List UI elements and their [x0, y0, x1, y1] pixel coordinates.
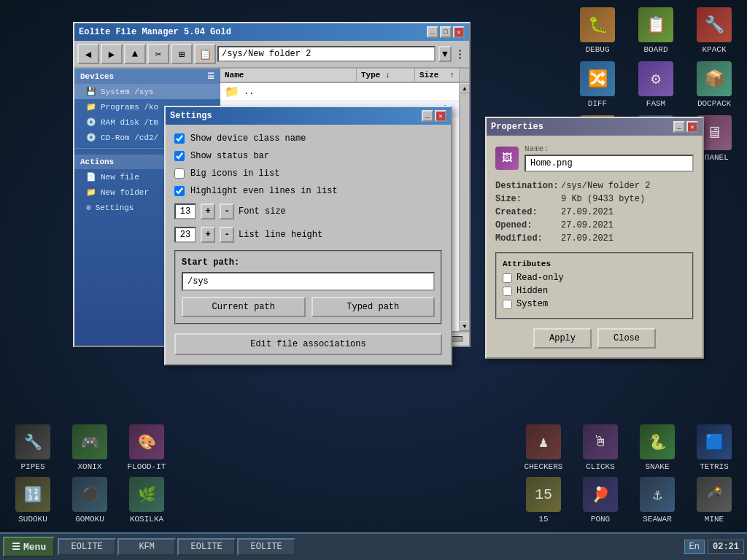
- app-kosilka[interactable]: 🌿 KOSILKA: [121, 477, 172, 524]
- list-line-height-minus-button[interactable]: -: [220, 227, 234, 243]
- language-indicator[interactable]: En: [684, 540, 705, 554]
- icon-fasm[interactable]: ⚙ FASM: [630, 61, 681, 108]
- close-button[interactable]: ✕: [453, 26, 465, 38]
- app-xonix[interactable]: 🎮 XONIX: [64, 424, 115, 471]
- copy-button[interactable]: ⊞: [171, 44, 193, 64]
- sudoku-icon: 🔢: [15, 477, 50, 512]
- icon-debug[interactable]: 🐛 DEBUG: [572, 7, 623, 54]
- pong-label: PONG: [591, 515, 610, 524]
- icon-docpack[interactable]: 📦 DOCPACK: [689, 61, 740, 108]
- start-path-group: Start path: Current path Typed path: [174, 250, 442, 324]
- typed-path-button[interactable]: Typed path: [311, 297, 436, 317]
- back-button[interactable]: ◀: [77, 44, 99, 64]
- app-seawar[interactable]: ⚓ SEAWAR: [632, 477, 683, 524]
- start-icon: ☰: [12, 541, 20, 553]
- properties-title-bar[interactable]: Properties _ ✕: [487, 118, 703, 136]
- col-name: Name: [220, 69, 357, 82]
- file-manager-title-bar[interactable]: Eolite File Manager 5.04 Gold _ □ ✕: [74, 23, 469, 41]
- created-value: 27.09.2021: [561, 207, 614, 217]
- minimize-button[interactable]: _: [427, 26, 438, 38]
- hidden-checkbox[interactable]: [503, 287, 512, 296]
- app-snake[interactable]: 🐍 SNAKE: [632, 424, 683, 471]
- kosilka-label: KOSILKA: [130, 515, 163, 524]
- taskbar-items: EOLITE KFM EOLITE EOLITE: [58, 538, 681, 556]
- path-dropdown-button[interactable]: ▼: [438, 46, 452, 62]
- devices-title: Devices ☰: [74, 69, 220, 84]
- taskbar-item-eolite-2[interactable]: EOLITE: [237, 538, 295, 556]
- readonly-checkbox[interactable]: [503, 273, 512, 283]
- list-line-height-row: 23 + - List line height: [174, 227, 442, 243]
- app-pong[interactable]: 🏓 PONG: [575, 477, 626, 524]
- settings-title-bar[interactable]: Settings _ ✕: [166, 107, 451, 125]
- kpack-icon: 🔧: [697, 7, 732, 42]
- show-status-bar-checkbox[interactable]: [174, 151, 185, 161]
- taskbar-item-eolite-1[interactable]: EOLITE: [177, 538, 236, 556]
- maximize-button[interactable]: □: [440, 26, 452, 38]
- app-tetris[interactable]: 🟦 TETRIS: [689, 424, 740, 471]
- sidebar-item-system[interactable]: 💾 System /sys: [74, 84, 220, 99]
- kpack-label: KPACK: [702, 45, 726, 54]
- file-list-up-row[interactable]: 📁 ..: [220, 83, 469, 101]
- app-sudoku[interactable]: 🔢 SUDOKU: [7, 477, 58, 524]
- highlight-even-checkbox[interactable]: [174, 186, 185, 196]
- big-icons-checkbox[interactable]: [174, 168, 185, 179]
- props-name-row: 🖼 Name:: [495, 144, 694, 172]
- start-button[interactable]: ☰ Menu: [3, 537, 55, 557]
- programs-icon: 📁: [86, 102, 96, 112]
- icon-board[interactable]: 📋 BOARD: [630, 7, 681, 54]
- app-mine[interactable]: 💣 MINE: [689, 477, 740, 524]
- app-gomoku[interactable]: ⚫ GOMOKU: [64, 477, 115, 524]
- app-15[interactable]: 15 15: [518, 477, 569, 524]
- paste-button[interactable]: 📋: [194, 44, 216, 64]
- list-line-height-plus-button[interactable]: +: [201, 227, 215, 243]
- app-clicks[interactable]: 🖱 CLICKS: [575, 424, 626, 471]
- checkbox-highlight-even: Highlight even lines in list: [174, 186, 442, 196]
- show-status-bar-label: Show status bar: [190, 151, 269, 161]
- icon-diff[interactable]: 🔀 DIFF: [572, 61, 623, 108]
- taskbar: ☰ Menu EOLITE KFM EOLITE EOLITE En 02:21: [0, 532, 747, 560]
- close-button[interactable]: Close: [597, 328, 656, 349]
- apply-button[interactable]: Apply: [533, 328, 592, 349]
- current-path-button[interactable]: Current path: [182, 297, 306, 317]
- cut-button[interactable]: ✂: [147, 44, 169, 64]
- font-size-plus-button[interactable]: +: [201, 203, 215, 219]
- new-folder-icon: 📁: [86, 187, 96, 197]
- forward-button[interactable]: ▶: [101, 44, 123, 64]
- name-label: Name:: [525, 144, 694, 153]
- settings-close-button[interactable]: ✕: [435, 110, 446, 122]
- taskbar-item-eolite-0[interactable]: EOLITE: [58, 538, 116, 556]
- app-checkers[interactable]: ♟ CHECKERS: [518, 424, 569, 471]
- gomoku-label: GOMOKU: [75, 515, 104, 524]
- app-pipes[interactable]: 🔧 PIPES: [7, 424, 58, 471]
- props-destination-row: Destination: /sys/New folder 2: [495, 181, 694, 191]
- flood-icon: 🎨: [129, 424, 164, 459]
- icon-kpack[interactable]: 🔧 KPACK: [689, 7, 740, 54]
- start-path-input[interactable]: [182, 272, 435, 291]
- properties-close-icon[interactable]: ✕: [686, 121, 698, 133]
- size-value: 9 Kb (9433 byte): [561, 194, 645, 204]
- properties-controls: _ ✕: [673, 121, 698, 133]
- settings-minimize-button[interactable]: _: [422, 110, 433, 122]
- path-input[interactable]: [217, 46, 436, 62]
- taskbar-item-kfm[interactable]: KFM: [117, 538, 176, 556]
- spacer1: [178, 424, 229, 471]
- opened-value: 27.09.2021: [561, 220, 614, 230]
- system-checkbox[interactable]: [503, 300, 512, 309]
- edit-file-associations-button[interactable]: Edit file associations: [174, 333, 442, 355]
- scrollbar-track[interactable]: ▲ ▼: [459, 83, 469, 331]
- readonly-label: Read-only: [516, 273, 564, 283]
- xonix-icon: 🎮: [72, 424, 107, 459]
- font-size-minus-button[interactable]: -: [220, 203, 234, 219]
- show-device-class-checkbox[interactable]: [174, 133, 185, 144]
- scroll-down-btn[interactable]: ▼: [460, 321, 469, 331]
- docpack-icon: 📦: [697, 61, 732, 96]
- scroll-up-btn[interactable]: ▲: [460, 83, 469, 93]
- up-button[interactable]: ▲: [124, 44, 146, 64]
- app-flood-it[interactable]: 🎨 FLOOD-IT: [121, 424, 172, 471]
- properties-minimize-button[interactable]: _: [673, 121, 685, 133]
- name-input[interactable]: [525, 155, 694, 172]
- menu-button[interactable]: [453, 46, 466, 62]
- modified-value: 27.09.2021: [561, 233, 614, 244]
- props-info-table: Destination: /sys/New folder 2 Size: 9 K…: [495, 181, 694, 244]
- settings-body: Show device class name Show status bar B…: [166, 125, 451, 364]
